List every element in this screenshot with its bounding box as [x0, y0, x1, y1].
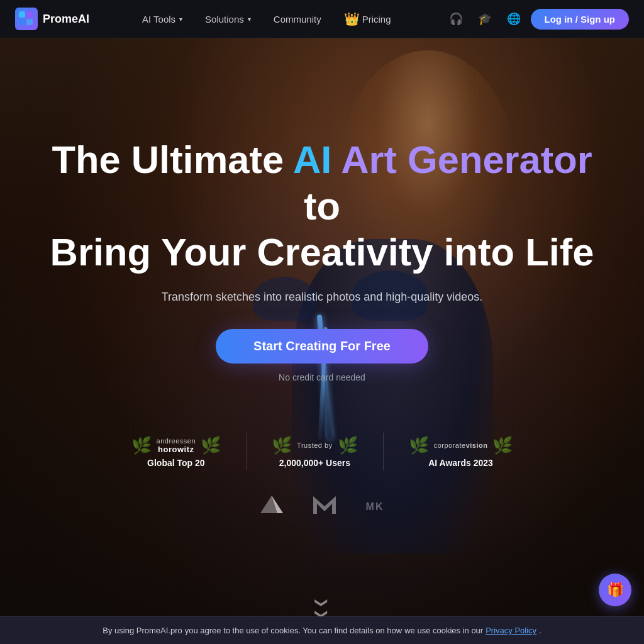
logo-icon — [15, 8, 38, 30]
hero-section: The Ultimate AI Art Generator to Bring Y… — [0, 0, 644, 644]
svg-rect-3 — [26, 19, 33, 25]
nav-right: 🎧 🎓 🌐 Log in / Sign up — [444, 7, 629, 31]
partners-row: MK — [260, 493, 384, 520]
dropdown-arrow: ▾ — [248, 16, 251, 23]
cookie-text-before: By using PromeAI.pro — [103, 626, 182, 635]
partner-adobe — [260, 493, 283, 520]
education-button[interactable]: 🎓 — [473, 7, 497, 31]
laurel-left-1: 🌿 — [131, 436, 152, 455]
hero-subtitle: Transform sketches into realistic photos… — [162, 291, 483, 304]
awards-row: 🌿 andreessen horowitz 🌿 Global Top 20 🌿 … — [131, 433, 513, 470]
nav-ai-tools[interactable]: AI Tools ▾ — [132, 9, 192, 30]
award-logo-3: corporatevision — [434, 441, 488, 449]
crown-icon: 👑 — [344, 11, 360, 26]
cookie-text-middle: you agree to the use of cookies. You can… — [185, 626, 402, 635]
partner-mk: MK — [366, 501, 384, 513]
award-divider-2 — [383, 433, 384, 470]
logo-link[interactable]: PromeAI — [15, 8, 89, 30]
nav-links: AI Tools ▾ Solutions ▾ Community 👑 Prici… — [132, 6, 401, 31]
gift-icon: 🎁 — [607, 582, 624, 598]
award-corporate: 🌿 corporatevision 🌿 AI Awards 2023 — [409, 436, 513, 468]
award-text-1: Global Top 20 — [147, 458, 205, 468]
award-badge-3: 🌿 corporatevision 🌿 — [409, 436, 513, 455]
svg-marker-6 — [313, 496, 336, 514]
chevron-down-1: ❯ — [317, 597, 327, 608]
graduation-icon: 🎓 — [478, 12, 492, 26]
navbar: PromeAI AI Tools ▾ Solutions ▾ Community… — [0, 0, 644, 38]
laurel-left-2: 🌿 — [272, 436, 292, 455]
hero-content: The Ultimate AI Art Generator to Bring Y… — [24, 136, 620, 420]
no-credit-card-text: No credit card needed — [279, 372, 365, 382]
award-andreessen: 🌿 andreessen horowitz 🌿 Global Top 20 — [131, 436, 221, 468]
award-badge-1: 🌿 andreessen horowitz 🌿 — [131, 436, 221, 455]
award-users: 🌿 Trusted by 🌿 2,000,000+ Users — [272, 436, 358, 468]
cookie-text-after: we use cookies in our — [404, 626, 483, 635]
laurel-right-3: 🌿 — [492, 436, 513, 455]
language-button[interactable]: 🌐 — [502, 7, 526, 31]
award-badge-2: 🌿 Trusted by 🌿 — [272, 436, 358, 455]
globe-icon: 🌐 — [507, 12, 521, 26]
headphones-icon: 🎧 — [449, 12, 463, 26]
nav-community[interactable]: Community — [264, 9, 331, 30]
award-text-2: 2,000,000+ Users — [279, 458, 350, 468]
privacy-policy-link[interactable]: Privacy Policy — [486, 626, 536, 635]
scroll-indicator[interactable]: ❯ ❯ — [317, 597, 328, 619]
nav-solutions[interactable]: Solutions ▾ — [195, 9, 261, 30]
cta-button[interactable]: Start Creating For Free — [216, 329, 428, 364]
login-signup-button[interactable]: Log in / Sign up — [531, 9, 629, 30]
svg-rect-0 — [19, 11, 25, 18]
cookie-period: . — [539, 626, 541, 635]
award-divider-1 — [246, 433, 247, 470]
dropdown-arrow: ▾ — [179, 16, 182, 23]
hero-title: The Ultimate AI Art Generator to Bring Y… — [39, 136, 605, 275]
logo-text: PromeAI — [43, 13, 89, 26]
cookie-banner: By using PromeAI.pro you agree to the us… — [0, 616, 644, 644]
laurel-left-3: 🌿 — [409, 436, 429, 455]
svg-rect-1 — [26, 11, 33, 18]
partner-m — [313, 496, 336, 518]
laurel-right-1: 🌿 — [201, 436, 221, 455]
headphones-button[interactable]: 🎧 — [444, 7, 468, 31]
svg-rect-2 — [19, 19, 25, 25]
award-text-3: AI Awards 2023 — [428, 458, 493, 468]
award-logo-1: andreessen horowitz — [157, 437, 196, 454]
gift-button[interactable]: 🎁 — [599, 574, 631, 606]
nav-pricing[interactable]: 👑 Pricing — [334, 6, 401, 31]
laurel-right-2: 🌿 — [338, 436, 358, 455]
